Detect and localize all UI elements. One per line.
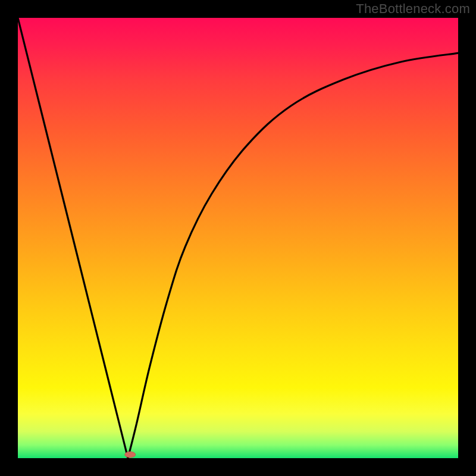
curve-right-branch [128, 53, 458, 458]
bottleneck-curve [18, 18, 458, 458]
curve-left-branch [18, 18, 128, 458]
chart-frame: TheBottleneck.com [0, 0, 476, 476]
watermark-label: TheBottleneck.com [356, 1, 470, 17]
plot-area [18, 18, 458, 458]
optimum-marker [125, 452, 136, 458]
